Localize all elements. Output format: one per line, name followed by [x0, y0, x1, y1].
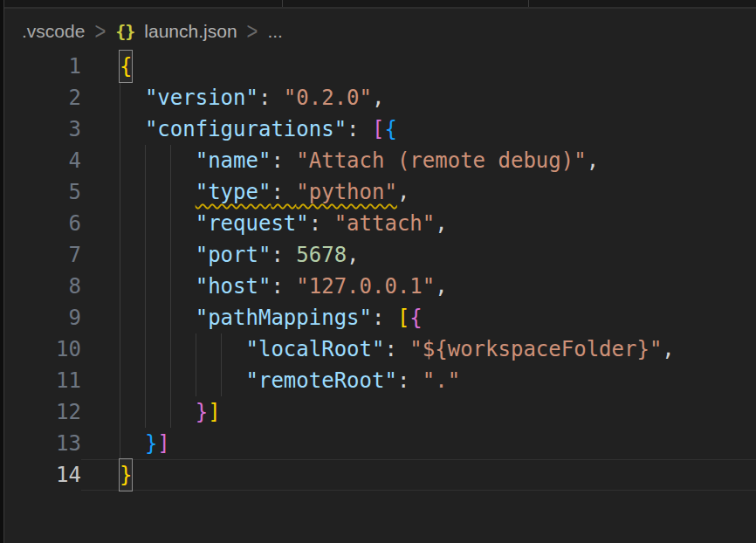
line-number-14[interactable]: 14: [4, 459, 81, 491]
code-text-1[interactable]: {: [81, 51, 756, 82]
line-number-10[interactable]: 10: [4, 333, 81, 365]
code-text-7[interactable]: "port": 5678,: [81, 239, 756, 271]
editor-left-border: [3, 0, 4, 543]
line-number-6[interactable]: 6: [4, 208, 81, 239]
code-line-1[interactable]: 1{: [4, 51, 756, 82]
code-line-8[interactable]: 8 "host": "127.0.0.1",: [4, 271, 756, 302]
line-number-12[interactable]: 12: [4, 396, 81, 428]
line-number-8[interactable]: 8: [4, 271, 81, 302]
bracket-match-box: {: [120, 51, 132, 82]
tab-remnant-1[interactable]: [4, 0, 282, 7]
line-number-2[interactable]: 2: [4, 82, 81, 113]
code-text-3[interactable]: "configurations": [{: [81, 113, 756, 145]
breadcrumb: .vscode > {} launch.json > ...: [22, 17, 283, 45]
breadcrumb-folder[interactable]: .vscode: [22, 21, 85, 42]
line-number-11[interactable]: 11: [4, 365, 81, 396]
line-number-5[interactable]: 5: [4, 176, 81, 208]
line-number-4[interactable]: 4: [4, 145, 81, 176]
code-text-4[interactable]: "name": "Attach (remote debug)",: [81, 145, 756, 176]
code-text-11[interactable]: "remoteRoot": ".": [81, 365, 756, 396]
line-number-1[interactable]: 1: [4, 51, 81, 82]
code-text-8[interactable]: "host": "127.0.0.1",: [81, 271, 756, 302]
line-number-7[interactable]: 7: [4, 239, 81, 271]
code-line-7[interactable]: 7 "port": 5678,: [4, 239, 756, 271]
line-number-9[interactable]: 9: [4, 302, 81, 333]
code-line-10[interactable]: 10 "localRoot": "${workspaceFolder}",: [4, 333, 756, 365]
code-line-4[interactable]: 4 "name": "Attach (remote debug)",: [4, 145, 756, 176]
code-text-12[interactable]: }]: [81, 396, 756, 428]
tab-bar: [4, 0, 756, 9]
code-line-6[interactable]: 6 "request": "attach",: [4, 208, 756, 239]
code-text-9[interactable]: "pathMappings": [{: [81, 302, 756, 333]
code-line-12[interactable]: 12 }]: [4, 396, 756, 428]
code-text-10[interactable]: "localRoot": "${workspaceFolder}",: [81, 333, 756, 365]
warning-squiggle: "type": "python": [196, 180, 397, 204]
breadcrumb-symbol-more[interactable]: ...: [267, 21, 283, 42]
bracket-match-box: }: [120, 459, 132, 491]
code-text-14[interactable]: }: [81, 459, 756, 491]
code-line-13[interactable]: 13 }]: [4, 428, 756, 459]
code-text-5[interactable]: "type": "python",: [81, 176, 756, 208]
chevron-right-icon: >: [247, 17, 258, 46]
code-line-3[interactable]: 3 "configurations": [{: [4, 113, 756, 145]
code-line-11[interactable]: 11 "remoteRoot": ".": [4, 365, 756, 396]
code-text-6[interactable]: "request": "attach",: [81, 208, 756, 239]
json-braces-icon: {}: [115, 21, 134, 42]
line-number-3[interactable]: 3: [4, 113, 81, 145]
vscode-window: { "breadcrumb": { "separator": ">", "ite…: [0, 0, 756, 543]
breadcrumb-file[interactable]: launch.json: [144, 21, 237, 42]
code-editor[interactable]: 1{2 "version": "0.2.0",3 "configurations…: [4, 51, 756, 491]
code-text-2[interactable]: "version": "0.2.0",: [81, 82, 756, 113]
tab-remnant-2[interactable]: [283, 0, 528, 7]
code-line-9[interactable]: 9 "pathMappings": [{: [4, 302, 756, 333]
code-text-13[interactable]: }]: [81, 428, 756, 459]
code-line-5[interactable]: 5 "type": "python",: [4, 176, 756, 208]
code-line-2[interactable]: 2 "version": "0.2.0",: [4, 82, 756, 113]
chevron-right-icon: >: [94, 17, 106, 46]
code-lines: 1{2 "version": "0.2.0",3 "configurations…: [4, 51, 756, 491]
line-number-13[interactable]: 13: [4, 428, 81, 459]
tab-remnant-3[interactable]: [529, 0, 756, 7]
code-line-14[interactable]: 14}: [4, 459, 756, 491]
